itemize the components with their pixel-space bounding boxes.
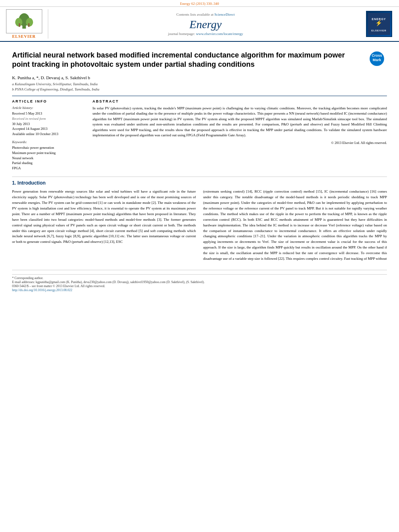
article-info-abstract-section: ARTICLE INFO Article history: Received 5… bbox=[12, 96, 387, 171]
keyword-5: FPGA bbox=[12, 166, 84, 171]
elsevier-logo: ELSEVIER bbox=[4, 9, 48, 39]
article-title: Artificial neural network based modified… bbox=[12, 51, 363, 70]
keyword-2: Maximum power point tracking bbox=[12, 150, 84, 156]
journal-url: journal homepage: www.elsevier.com/locat… bbox=[168, 32, 243, 36]
affiliation-b: b PSNA College of Engineering, Dindigul,… bbox=[12, 87, 387, 92]
intro-col-right: (extremum seeking control) [14], RCC (ri… bbox=[203, 189, 387, 264]
intro-columns: Power generation from renewable energy s… bbox=[12, 189, 387, 264]
intro-para-1: Power generation from renewable energy s… bbox=[12, 189, 196, 245]
svg-text:Cross: Cross bbox=[372, 53, 382, 58]
available-date: Available online 10 October 2013 bbox=[12, 132, 84, 137]
received-date: Received 5 May 2013 bbox=[12, 111, 84, 116]
sciencedirect-link: Contents lists available at ScienceDirec… bbox=[177, 12, 235, 16]
intro-para-2: (extremum seeking control) [14], RCC (ri… bbox=[203, 189, 387, 262]
svg-rect-4 bbox=[19, 23, 20, 27]
authors: K. Punitha a, *, D. Devaraj a, S. Sakthi… bbox=[12, 75, 387, 80]
article-body: Artificial neural network based modified… bbox=[0, 42, 399, 296]
affiliations: a Kalasalingam University, Srivilliputtu… bbox=[12, 82, 387, 92]
journal-name: Energy bbox=[189, 18, 222, 31]
title-section: Artificial neural network based modified… bbox=[12, 51, 387, 72]
keyword-4: Partial shading bbox=[12, 160, 84, 166]
introduction-section: 1. Introduction Power generation from re… bbox=[12, 177, 387, 264]
copyright-line: © 2013 Elsevier Ltd. All rights reserved… bbox=[93, 141, 387, 145]
keywords-label: Keywords: bbox=[12, 140, 84, 144]
received-revised-label: Received in revised form bbox=[12, 117, 84, 121]
energy-logo: ENERGY ⚡ ELSEVIER bbox=[363, 9, 395, 39]
article-info-col: ARTICLE INFO Article history: Received 5… bbox=[12, 99, 84, 171]
issn-note: 0360-5442/$ – see front matter © 2013 El… bbox=[12, 284, 387, 288]
journal-citation: Energy 62 (2013) 330–340 bbox=[0, 0, 399, 7]
article-info-header: ARTICLE INFO bbox=[12, 99, 84, 103]
abstract-header: ABSTRACT bbox=[93, 99, 387, 103]
email-addresses: E-mail addresses: kgpunitha@gmail.com (K… bbox=[12, 280, 387, 284]
journal-info-center: Contents lists available at ScienceDirec… bbox=[52, 9, 359, 39]
corresponding-author-note: * Corresponding author. bbox=[12, 276, 387, 280]
corresponding-note: * Corresponding author. E-mail addresses… bbox=[12, 274, 387, 284]
intro-col-left: Power generation from renewable energy s… bbox=[12, 189, 196, 264]
journal-header: ELSEVIER Contents lists available at Sci… bbox=[0, 7, 399, 42]
sciencedirect-anchor[interactable]: ScienceDirect bbox=[214, 12, 234, 16]
abstract-col: ABSTRACT In solar PV (photovoltaic) syst… bbox=[93, 99, 387, 171]
elsevier-label: ELSEVIER bbox=[12, 34, 36, 39]
article-footer: * Corresponding author. E-mail addresses… bbox=[12, 270, 387, 292]
doi-link[interactable]: http://dx.doi.org/10.1016/j.energy.2013.… bbox=[12, 288, 387, 292]
received-revised-date: 30 July 2013 bbox=[12, 122, 84, 127]
keyword-1: Photovoltaic power generation bbox=[12, 145, 84, 150]
keyword-3: Neural network bbox=[12, 156, 84, 161]
history-label: Article history: bbox=[12, 106, 84, 110]
abstract-text: In solar PV (photovoltaic) system, track… bbox=[93, 106, 387, 138]
intro-title: 1. Introduction bbox=[12, 180, 387, 186]
svg-text:ELSEVIER: ELSEVIER bbox=[371, 29, 387, 32]
affiliation-a: a Kalasalingam University, Srivilliputtu… bbox=[12, 82, 387, 87]
crossmark-logo: Cross Mark bbox=[367, 51, 387, 67]
svg-rect-5 bbox=[28, 23, 29, 27]
svg-text:⚡: ⚡ bbox=[375, 20, 383, 27]
svg-rect-0 bbox=[22, 26, 26, 29]
homepage-link[interactable]: www.elsevier.com/locate/energy bbox=[196, 32, 243, 36]
svg-text:Mark: Mark bbox=[372, 58, 381, 62]
accepted-date: Accepted 14 August 2013 bbox=[12, 127, 84, 131]
